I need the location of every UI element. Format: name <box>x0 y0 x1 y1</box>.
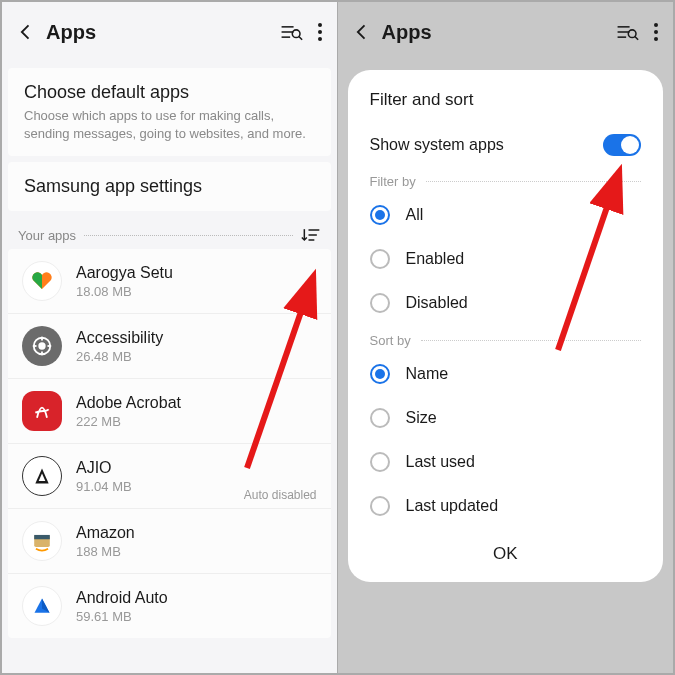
radio-icon <box>370 408 390 428</box>
app-size: 188 MB <box>76 544 317 559</box>
svg-point-27 <box>654 30 658 34</box>
svg-point-5 <box>318 23 322 27</box>
svg-point-7 <box>318 37 322 41</box>
back-icon[interactable] <box>352 22 372 42</box>
app-name: Accessibility <box>76 329 317 347</box>
your-apps-section: Your apps <box>2 217 337 249</box>
sort-option-name[interactable]: Name <box>348 352 664 396</box>
radio-label: Enabled <box>406 250 465 268</box>
toggle-label: Show system apps <box>370 136 504 154</box>
radio-label: All <box>406 206 424 224</box>
svg-point-3 <box>292 30 300 38</box>
header: Apps <box>2 2 337 62</box>
sort-by-label: Sort by <box>348 325 664 352</box>
radio-label: Last updated <box>406 497 499 515</box>
app-icon <box>22 586 62 626</box>
dialog-title: Filter and sort <box>348 90 664 124</box>
apps-list-screen: Apps Choose default apps Choose which ap… <box>2 2 338 673</box>
app-list: Aarogya Setu 18.08 MB Accessibility 26.4… <box>8 249 331 638</box>
svg-point-26 <box>654 23 658 27</box>
radio-icon <box>370 205 390 225</box>
choose-default-apps-card[interactable]: Choose default apps Choose which apps to… <box>8 68 331 156</box>
app-name: Adobe Acrobat <box>76 394 317 412</box>
app-row-acrobat[interactable]: Adobe Acrobat 222 MB <box>8 378 331 443</box>
header: Apps <box>338 2 674 62</box>
app-row-android-auto[interactable]: Android Auto 59.61 MB <box>8 573 331 638</box>
svg-point-24 <box>628 30 636 38</box>
ok-button[interactable]: OK <box>348 528 664 572</box>
radio-icon <box>370 293 390 313</box>
app-row-aarogya[interactable]: Aarogya Setu 18.08 MB <box>8 249 331 313</box>
app-icon <box>22 326 62 366</box>
radio-icon <box>370 364 390 384</box>
filter-option-enabled[interactable]: Enabled <box>348 237 664 281</box>
radio-icon <box>370 452 390 472</box>
filter-by-label: Filter by <box>348 166 664 193</box>
card-title: Samsung app settings <box>24 176 315 197</box>
filter-option-all[interactable]: All <box>348 193 664 237</box>
back-icon[interactable] <box>16 22 36 42</box>
app-size: 222 MB <box>76 414 317 429</box>
sort-option-last-used[interactable]: Last used <box>348 440 664 484</box>
radio-label: Size <box>406 409 437 427</box>
svg-point-28 <box>654 37 658 41</box>
sort-icon[interactable] <box>301 227 321 243</box>
section-label: Your apps <box>18 228 76 243</box>
app-row-accessibility[interactable]: Accessibility 26.48 MB <box>8 313 331 378</box>
app-size: 26.48 MB <box>76 349 317 364</box>
app-icon <box>22 456 62 496</box>
app-icon <box>22 391 62 431</box>
sort-option-size[interactable]: Size <box>348 396 664 440</box>
app-size: 59.61 MB <box>76 609 317 624</box>
radio-label: Name <box>406 365 449 383</box>
sort-option-last-updated[interactable]: Last updated <box>348 484 664 528</box>
page-title: Apps <box>382 21 616 44</box>
more-icon[interactable] <box>317 22 323 42</box>
app-name: Android Auto <box>76 589 317 607</box>
app-row-ajio[interactable]: AJIO 91.04 MB Auto disabled <box>8 443 331 508</box>
app-status: Auto disabled <box>244 488 317 502</box>
filter-sort-screen: Apps Filter and sort Show system apps Fi… <box>338 2 674 673</box>
app-name: Amazon <box>76 524 317 542</box>
app-row-amazon[interactable]: Amazon 188 MB <box>8 508 331 573</box>
app-size: 18.08 MB <box>76 284 317 299</box>
more-icon[interactable] <box>653 22 659 42</box>
radio-label: Disabled <box>406 294 468 312</box>
radio-label: Last used <box>406 453 475 471</box>
filter-option-disabled[interactable]: Disabled <box>348 281 664 325</box>
card-subtitle: Choose which apps to use for making call… <box>24 107 315 142</box>
app-icon <box>22 261 62 301</box>
svg-rect-19 <box>34 535 50 539</box>
search-settings-icon[interactable] <box>279 21 303 43</box>
svg-point-13 <box>39 343 45 349</box>
show-system-apps-toggle[interactable] <box>603 134 641 156</box>
app-name: AJIO <box>76 459 317 477</box>
app-name: Aarogya Setu <box>76 264 317 282</box>
app-icon <box>22 521 62 561</box>
svg-point-6 <box>318 30 322 34</box>
radio-icon <box>370 249 390 269</box>
radio-icon <box>370 496 390 516</box>
samsung-app-settings-card[interactable]: Samsung app settings <box>8 162 331 211</box>
filter-sort-dialog: Filter and sort Show system apps Filter … <box>348 70 664 582</box>
svg-line-4 <box>298 36 301 39</box>
show-system-apps-row[interactable]: Show system apps <box>348 124 664 166</box>
page-title: Apps <box>46 21 279 44</box>
svg-line-25 <box>635 36 638 39</box>
search-settings-icon[interactable] <box>615 21 639 43</box>
card-title: Choose default apps <box>24 82 315 103</box>
